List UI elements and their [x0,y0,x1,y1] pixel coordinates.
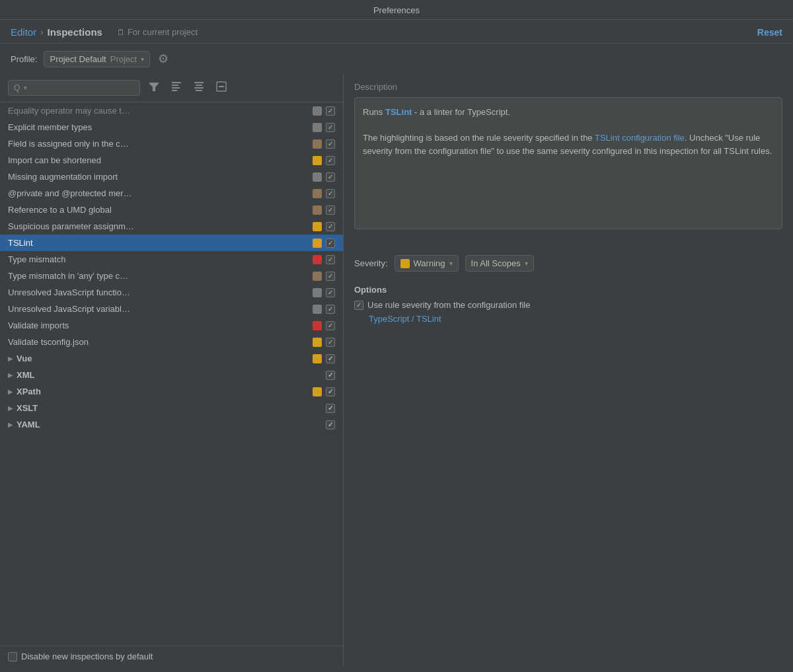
config-file-link[interactable]: TSLint configuration file [595,133,685,143]
item-checkbox[interactable] [326,420,335,429]
filter-button[interactable] [145,79,163,96]
group-item[interactable]: ▶ XML [0,367,343,383]
item-checkbox[interactable] [326,255,335,264]
item-checkbox[interactable] [326,106,335,116]
scope-dropdown[interactable]: In All Scopes ▾ [465,255,534,272]
group-label: XPath [17,387,313,396]
list-item[interactable]: TSLint [0,235,343,251]
severity-badge [313,123,322,132]
svg-rect-2 [172,85,178,86]
severity-badge [313,205,322,215]
severity-value: Warning [414,258,445,268]
severity-badge [313,404,322,413]
list-item[interactable]: Import can be shortened [0,152,343,168]
item-checkbox[interactable] [326,123,335,132]
use-rule-severity-checkbox[interactable] [354,301,363,310]
severity-badge [313,338,322,347]
disable-inspections-checkbox[interactable] [8,652,17,661]
svg-rect-4 [172,90,177,91]
group-item[interactable]: ▶ YAML [0,416,343,433]
list-item[interactable]: @private and @protected mer… [0,185,343,202]
item-checkbox[interactable] [326,239,335,248]
search-dropdown-arrow: ▾ [24,85,27,91]
list-item[interactable]: Explicit member types [0,119,343,135]
options-label: Options [354,285,782,295]
severity-color-badge [400,259,410,268]
typescript-tslint-link[interactable]: TypeScript / TSLint [369,314,441,324]
group-label: XSLT [17,403,313,413]
options-section: Options Use rule severity from the confi… [354,285,782,324]
item-checkbox[interactable] [326,156,335,165]
right-panel: Description Runs TSLint - a a linter for… [344,74,793,667]
list-item[interactable]: Validate tsconfig.json [0,334,343,350]
expand-icon: ▶ [8,355,13,362]
item-checkbox[interactable] [326,172,335,182]
item-label: Reference to a UMD global [8,205,313,215]
chevron-down-icon: ▾ [141,56,144,63]
group-item[interactable]: ▶ XPath [0,383,343,400]
severity-badge [313,106,322,116]
severity-badge [313,189,322,198]
list-item[interactable]: Field is assigned only in the c… [0,135,343,152]
group-item[interactable]: ▶ XSLT [0,400,343,416]
severity-badge [313,222,322,231]
group-item[interactable]: ▶ Vue [0,350,343,367]
item-checkbox[interactable] [326,305,335,314]
tslint-link[interactable]: TSLint [385,107,412,117]
list-item[interactable]: Reference to a UMD global [0,202,343,218]
svg-rect-6 [196,85,202,86]
disable-inspections-option[interactable]: Disable new inspections by default [8,652,153,661]
svg-rect-1 [172,82,181,83]
item-checkbox[interactable] [326,338,335,347]
item-checkbox[interactable] [326,404,335,413]
item-checkbox[interactable] [326,321,335,330]
item-checkbox[interactable] [326,222,335,231]
profile-dropdown[interactable]: Project Default Project ▾ [44,51,150,67]
item-checkbox[interactable] [326,354,335,363]
gear-button[interactable]: ⚙ [157,50,170,67]
item-label: @private and @protected mer… [8,188,313,198]
severity-dropdown[interactable]: Warning ▾ [395,255,459,272]
svg-rect-10 [219,86,224,87]
svg-rect-8 [196,90,202,91]
item-checkbox[interactable] [326,205,335,215]
severity-row: Severity: Warning ▾ In All Scopes ▾ [354,255,782,272]
severity-badge [313,387,322,396]
collapse-button[interactable] [213,79,230,96]
item-checkbox[interactable] [326,272,335,281]
list-item[interactable]: Type mismatch in 'any' type c… [0,268,343,284]
svg-rect-5 [194,82,204,83]
breadcrumb-editor[interactable]: Editor [11,26,36,38]
item-checkbox[interactable] [326,139,335,149]
item-label: Suspicious parameter assignm… [8,221,313,231]
item-label: TSLint [8,238,313,248]
list-item[interactable]: Validate imports [0,317,343,334]
list-item[interactable]: Equality operator may cause t… [0,102,343,119]
search-input[interactable]: Q ▾ [8,80,140,96]
list-item[interactable]: Unresolved JavaScript functio… [0,284,343,301]
list-item[interactable]: Unresolved JavaScript variabl… [0,301,343,317]
profile-sub: Project [110,54,137,64]
item-checkbox[interactable] [326,189,335,198]
reset-button[interactable]: Reset [757,27,782,38]
item-label: Validate imports [8,320,313,330]
filter-icon [148,81,160,93]
disable-inspections-label: Disable new inspections by default [21,652,153,661]
list-item[interactable]: Suspicious parameter assignm… [0,218,343,235]
search-toolbar: Q ▾ [0,74,343,102]
list-item[interactable]: Missing augmentation import [0,168,343,185]
severity-badge [313,272,322,281]
use-rule-severity-option[interactable]: Use rule severity from the configuration… [354,300,782,310]
list-item[interactable]: Type mismatch [0,251,343,268]
collapse-all-button[interactable] [168,79,185,96]
expand-all-icon [193,81,205,93]
breadcrumb-bar: Editor › Inspections 🗒 For current proje… [0,20,793,44]
item-checkbox[interactable] [326,387,335,396]
item-checkbox[interactable] [326,288,335,297]
inspection-list[interactable]: Equality operator may cause t… Explicit … [0,102,343,646]
item-checkbox[interactable] [326,371,335,380]
expand-all-button[interactable] [190,79,208,96]
breadcrumb-scope-text: For current project [128,27,198,37]
item-label: Field is assigned only in the c… [8,139,313,149]
svg-rect-7 [194,87,204,89]
